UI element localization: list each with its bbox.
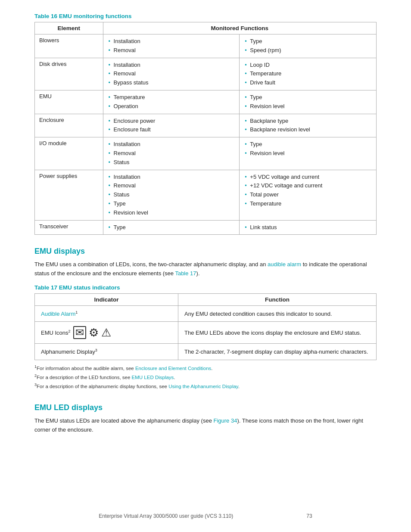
footnote-link[interactable]: Using the Alphanumeric Display: [168, 384, 238, 389]
list-item: Installation: [108, 140, 235, 149]
table-row: Disk drivesInstallationRemovalBypass sta…: [35, 58, 377, 90]
page-footer: Enterprise Virtual Array 3000/5000 user …: [0, 513, 411, 519]
audible-alarm-indicator-link[interactable]: Audible Alarm: [41, 311, 75, 317]
footer-text: Enterprise Virtual Array 3000/5000 user …: [99, 513, 233, 519]
list-item: Total power: [244, 190, 372, 199]
list-item: Enclosure power: [108, 117, 235, 126]
list-item: Loop ID: [244, 61, 372, 70]
list-item: Type: [244, 140, 372, 149]
list-item: Revision level: [108, 208, 235, 218]
monitored-cell: InstallationRemovalBypass statusLoop IDT…: [103, 58, 376, 90]
list-item: Backplane revision level: [244, 125, 372, 134]
monitored-cell: TypeLink status: [103, 220, 376, 235]
element-cell: Transceiver: [35, 220, 103, 235]
footnote: 3For a description of the alphanumeric d…: [34, 382, 377, 391]
footnote: 1For information about the audible alarm…: [34, 364, 377, 373]
emu-icons-label: EMU Icons2: [41, 329, 71, 336]
warning-icon: ⚠: [101, 327, 111, 338]
table17: Indicator Function Audible Alarm1Any EMU…: [34, 293, 377, 360]
function-cell: The EMU LEDs above the icons display the…: [178, 322, 377, 344]
list-item: Type: [244, 37, 372, 46]
monitored-cell: InstallationRemovalStatusTypeRevision le…: [103, 170, 376, 220]
figure34-link[interactable]: Figure 34: [214, 417, 237, 424]
list-item: Temperature: [108, 93, 235, 102]
element-cell: Power supplies: [35, 170, 103, 220]
emu-icons-row: EMU Icons2✉⚙⚠: [41, 326, 172, 339]
list-item: Bypass status: [108, 78, 235, 87]
list-item: Temperature: [244, 69, 372, 78]
table-row: EMU Icons2✉⚙⚠The EMU LEDs above the icon…: [35, 322, 377, 344]
list-item: Enclosure fault: [108, 125, 235, 134]
table-row: Power suppliesInstallationRemovalStatusT…: [35, 170, 377, 220]
table-row: Alphanumeric Display3The 2-character, 7-…: [35, 344, 377, 360]
monitored-cell: TemperatureOperationTypeRevision level: [103, 90, 376, 114]
table17-link[interactable]: Table 17: [175, 270, 196, 277]
list-item: Temperature: [244, 199, 372, 208]
list-item: +5 VDC voltage and current: [244, 173, 372, 182]
envelope-icon: ✉: [73, 326, 86, 339]
list-item: Operation: [108, 102, 235, 111]
indicator-cell: Alphanumeric Display3: [35, 344, 178, 360]
monitored-cell: InstallationRemovalStatusTypeRevision le…: [103, 137, 376, 170]
list-item: Revision level: [244, 102, 372, 111]
table-row: EnclosureEnclosure powerEnclosure faultB…: [35, 114, 377, 137]
table-row: Audible Alarm1Any EMU detected condition…: [35, 305, 377, 321]
emu-led-displays-text: The EMU status LEDs are located above th…: [34, 417, 377, 435]
table-row: EMUTemperatureOperationTypeRevision leve…: [35, 90, 377, 114]
list-item: Backplane type: [244, 117, 372, 126]
footnote: 2For a description of the LED functions,…: [34, 373, 377, 382]
table16-col1-header: Element: [35, 22, 103, 34]
indicator-cell: EMU Icons2✉⚙⚠: [35, 322, 178, 344]
emu-displays-text: The EMU uses a combination of LEDs, icon…: [34, 260, 377, 278]
emu-led-displays-heading: EMU LED displays: [34, 403, 377, 412]
table-row: BlowersInstallationRemovalTypeSpeed (rpm…: [35, 34, 377, 58]
list-item: Drive fault: [244, 78, 372, 87]
function-cell: Any EMU detected condition causes this i…: [178, 305, 377, 321]
monitored-cell: InstallationRemovalTypeSpeed (rpm): [103, 34, 376, 58]
list-item: Revision level: [244, 149, 372, 158]
footnote-link[interactable]: EMU LED Displays: [132, 375, 174, 380]
emu-displays-heading: EMU displays: [34, 247, 377, 256]
footer-page: 73: [306, 513, 312, 519]
indicator-cell: Audible Alarm1: [35, 305, 178, 321]
table16: Element Monitored Functions BlowersInsta…: [34, 22, 377, 235]
table16-col2-header: Monitored Functions: [103, 22, 376, 34]
list-item: Installation: [108, 61, 235, 70]
table17-col2-header: Function: [178, 293, 377, 305]
table-row: TransceiverTypeLink status: [35, 220, 377, 235]
list-item: Speed (rpm): [244, 46, 372, 55]
list-item: Installation: [108, 173, 235, 182]
audible-alarm-link[interactable]: audible alarm: [268, 261, 301, 268]
element-cell: EMU: [35, 90, 103, 114]
list-item: Status: [108, 190, 235, 199]
list-item: Removal: [108, 181, 235, 190]
table17-title: Table 17 EMU status indicators: [34, 284, 377, 291]
list-item: Installation: [108, 37, 235, 46]
footnote-link[interactable]: Enclosure and Element Conditions: [135, 365, 211, 370]
list-item: Link status: [244, 223, 372, 232]
element-cell: Disk drives: [35, 58, 103, 90]
list-item: +12 VDC voltage and current: [244, 181, 372, 190]
table-row: I/O moduleInstallationRemovalStatusTypeR…: [35, 137, 377, 170]
list-item: Removal: [108, 46, 235, 55]
footnotes: 1For information about the audible alarm…: [34, 364, 377, 391]
list-item: Type: [108, 223, 235, 232]
gear-icon: ⚙: [89, 327, 99, 338]
list-item: Status: [108, 158, 235, 167]
element-cell: Blowers: [35, 34, 103, 58]
list-item: Removal: [108, 69, 235, 78]
table16-title: Table 16 EMU monitoring functions: [34, 13, 377, 19]
list-item: Type: [244, 93, 372, 102]
list-item: Type: [108, 199, 235, 208]
list-item: Removal: [108, 149, 235, 158]
element-cell: I/O module: [35, 137, 103, 170]
element-cell: Enclosure: [35, 114, 103, 137]
monitored-cell: Enclosure powerEnclosure faultBackplane …: [103, 114, 376, 137]
function-cell: The 2-character, 7-segment display can d…: [178, 344, 377, 360]
table17-col1-header: Indicator: [35, 293, 178, 305]
